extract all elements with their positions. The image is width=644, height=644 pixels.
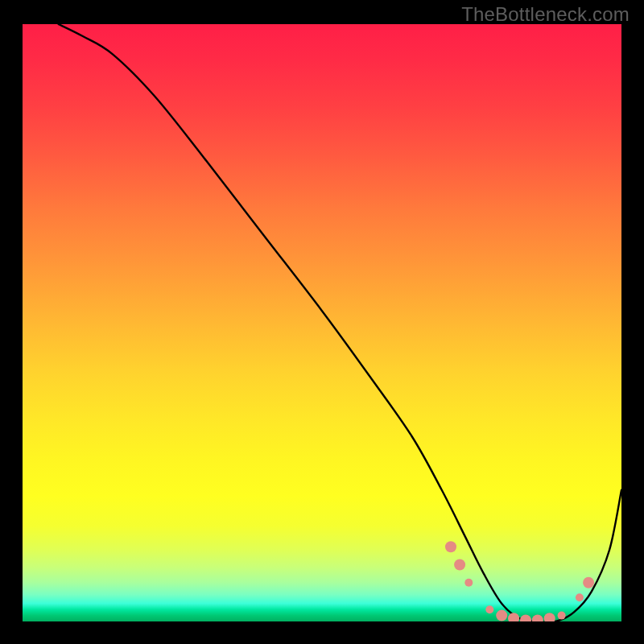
highlight-dot (544, 613, 555, 621)
highlight-dot (558, 612, 566, 620)
highlight-dot (464, 579, 473, 587)
highlight-dots (445, 541, 594, 621)
plot-area (23, 24, 621, 621)
highlight-dot (445, 541, 456, 552)
highlight-dot (496, 610, 507, 621)
highlight-dot (520, 615, 531, 622)
chart-frame: TheBottleneck.com (0, 0, 644, 644)
highlight-dot (576, 593, 584, 601)
watermark-text: TheBottleneck.com (461, 3, 630, 26)
highlight-dot (485, 605, 493, 613)
curve-layer (23, 24, 621, 621)
highlight-dot (508, 613, 519, 621)
highlight-dot (532, 615, 543, 622)
highlight-dot (454, 559, 465, 571)
bottleneck-curve (59, 24, 621, 621)
highlight-dot (583, 577, 594, 588)
